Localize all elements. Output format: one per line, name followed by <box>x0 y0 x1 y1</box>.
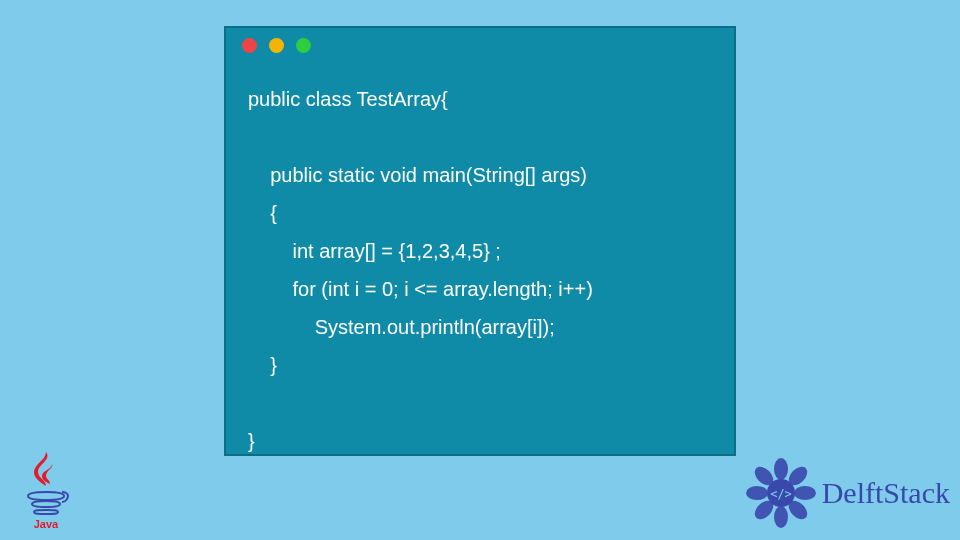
code-window: public class TestArray{ public static vo… <box>224 26 736 456</box>
svg-text:</>: </> <box>770 487 792 501</box>
java-icon: Java <box>14 450 78 530</box>
delftstack-branding: </> DelftStack <box>746 458 950 528</box>
code-line: } <box>248 354 277 376</box>
code-line: public static void main(String[] args) <box>248 164 587 186</box>
java-label: Java <box>34 518 59 530</box>
svg-point-6 <box>746 486 768 500</box>
maximize-icon[interactable] <box>296 38 311 53</box>
code-line: System.out.println(array[i]); <box>248 316 555 338</box>
delftstack-icon: </> <box>746 458 816 528</box>
close-icon[interactable] <box>242 38 257 53</box>
code-line: int array[] = {1,2,3,4,5} ; <box>248 240 501 262</box>
code-line: { <box>248 202 277 224</box>
code-line: for (int i = 0; i <= array.length; i++) <box>248 278 593 300</box>
svg-point-2 <box>794 486 816 500</box>
svg-point-0 <box>774 458 788 480</box>
window-titlebar <box>226 28 734 62</box>
java-logo: Java <box>14 450 78 530</box>
svg-point-4 <box>774 506 788 528</box>
code-line: public class TestArray{ <box>248 88 448 110</box>
delftstack-label: DelftStack <box>822 476 950 510</box>
code-line: } <box>248 430 255 452</box>
minimize-icon[interactable] <box>269 38 284 53</box>
code-body: public class TestArray{ public static vo… <box>226 62 734 478</box>
